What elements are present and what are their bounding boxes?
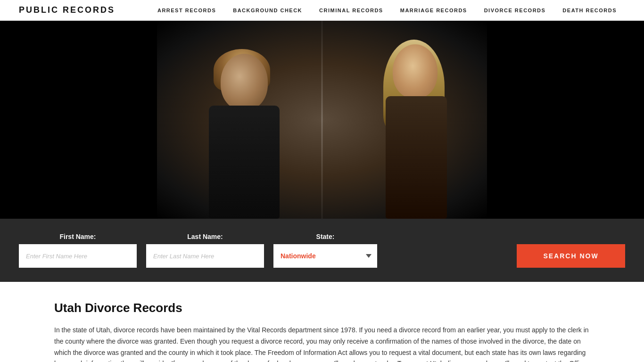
site-logo: PUBLIC RECORDS xyxy=(19,5,115,15)
content-body: In the state of Utah, divorce records ha… xyxy=(54,325,590,362)
person-left-body xyxy=(209,106,280,219)
first-name-field: First Name: xyxy=(19,233,137,268)
person-right-body xyxy=(386,96,447,219)
last-name-field: Last Name: xyxy=(146,233,264,268)
hero-image xyxy=(157,21,487,219)
last-name-input[interactable] xyxy=(146,244,264,268)
person-right xyxy=(369,40,463,219)
nav-divorce-records[interactable]: DIVORCE RECORDS xyxy=(476,8,554,13)
hero-divider xyxy=(322,21,323,219)
state-field: State: NationwideAlabamaAlaskaArizonaArk… xyxy=(273,233,377,268)
person-left xyxy=(195,44,298,219)
nav-criminal-records[interactable]: CRIMINAL RECORDS xyxy=(311,8,392,13)
search-bar: First Name: Last Name: State: Nationwide… xyxy=(0,219,644,282)
state-select-wrapper: NationwideAlabamaAlaskaArizonaArkansasCa… xyxy=(273,244,377,268)
person-right-head xyxy=(393,44,438,99)
search-now-button[interactable]: SEARCH NOW xyxy=(517,244,625,268)
last-name-label: Last Name: xyxy=(146,233,264,240)
state-select[interactable]: NationwideAlabamaAlaskaArizonaArkansasCa… xyxy=(273,244,377,268)
hero-section xyxy=(0,21,644,219)
nav-background-check[interactable]: BACKGROUND CHECK xyxy=(224,8,311,13)
page-title: Utah Divorce Records xyxy=(54,301,590,315)
state-label: State: xyxy=(273,233,377,240)
nav-marriage-records[interactable]: MARRIAGE RECORDS xyxy=(392,8,476,13)
first-name-label: First Name: xyxy=(19,233,137,240)
main-content: Utah Divorce Records In the state of Uta… xyxy=(0,282,644,362)
first-name-input[interactable] xyxy=(19,244,137,268)
site-header: PUBLIC RECORDS ARREST RECORDS BACKGROUND… xyxy=(0,0,644,21)
main-nav: ARREST RECORDS BACKGROUND CHECK CRIMINAL… xyxy=(149,8,625,13)
nav-death-records[interactable]: DEATH RECORDS xyxy=(554,8,625,13)
nav-arrest-records[interactable]: ARREST RECORDS xyxy=(149,8,224,13)
person-left-head xyxy=(221,54,268,110)
